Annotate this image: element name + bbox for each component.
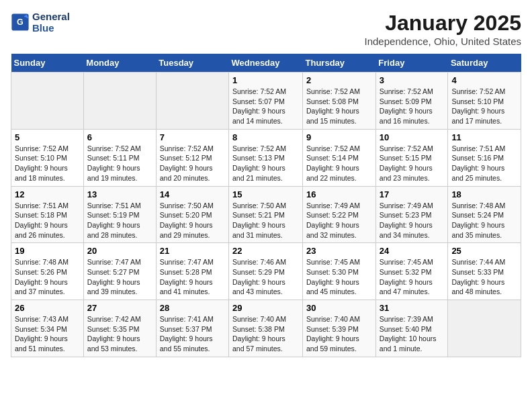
day-number: 13 [87, 189, 152, 199]
calendar-week-3: 12Sunrise: 7:51 AM Sunset: 5:18 PM Dayli… [11, 186, 521, 243]
calendar-subtitle: Independence, Ohio, United States [365, 36, 522, 47]
day-info: Sunrise: 7:41 AM Sunset: 5:37 PM Dayligh… [160, 314, 225, 354]
col-sunday: Sunday [11, 54, 84, 73]
calendar-body: 1Sunrise: 7:52 AM Sunset: 5:07 PM Daylig… [11, 73, 521, 357]
calendar-cell: 18Sunrise: 7:48 AM Sunset: 5:24 PM Dayli… [448, 186, 521, 243]
calendar-cell: 19Sunrise: 7:48 AM Sunset: 5:26 PM Dayli… [11, 243, 84, 300]
day-info: Sunrise: 7:47 AM Sunset: 5:27 PM Dayligh… [87, 257, 152, 297]
calendar-cell: 7Sunrise: 7:52 AM Sunset: 5:12 PM Daylig… [156, 129, 228, 186]
day-info: Sunrise: 7:46 AM Sunset: 5:29 PM Dayligh… [232, 257, 299, 297]
day-number: 15 [232, 189, 299, 199]
calendar-cell: 14Sunrise: 7:50 AM Sunset: 5:20 PM Dayli… [156, 186, 228, 243]
day-number: 4 [451, 75, 517, 85]
calendar-cell: 21Sunrise: 7:47 AM Sunset: 5:28 PM Dayli… [156, 243, 228, 300]
day-number: 17 [380, 189, 445, 199]
day-number: 11 [451, 132, 517, 142]
day-number: 9 [306, 132, 372, 142]
day-number: 19 [15, 246, 80, 256]
day-info: Sunrise: 7:52 AM Sunset: 5:13 PM Dayligh… [232, 144, 299, 183]
calendar-table: Sunday Monday Tuesday Wednesday Thursday… [11, 54, 521, 357]
day-info: Sunrise: 7:40 AM Sunset: 5:38 PM Dayligh… [232, 314, 299, 354]
day-number: 10 [380, 132, 445, 142]
logo-text-general: General [32, 11, 70, 22]
day-number: 8 [232, 132, 299, 142]
calendar-week-5: 26Sunrise: 7:43 AM Sunset: 5:34 PM Dayli… [11, 300, 521, 357]
calendar-cell: 6Sunrise: 7:52 AM Sunset: 5:11 PM Daylig… [83, 129, 156, 186]
day-number: 28 [160, 303, 225, 313]
day-info: Sunrise: 7:52 AM Sunset: 5:12 PM Dayligh… [160, 144, 225, 183]
calendar-cell [156, 73, 228, 130]
calendar-cell [11, 73, 84, 130]
day-info: Sunrise: 7:40 AM Sunset: 5:39 PM Dayligh… [306, 314, 372, 354]
calendar-cell: 12Sunrise: 7:51 AM Sunset: 5:18 PM Dayli… [11, 186, 84, 243]
calendar-cell: 3Sunrise: 7:52 AM Sunset: 5:09 PM Daylig… [375, 73, 448, 130]
day-number: 2 [306, 75, 372, 85]
calendar-cell [448, 300, 521, 357]
day-info: Sunrise: 7:44 AM Sunset: 5:33 PM Dayligh… [451, 257, 517, 297]
day-info: Sunrise: 7:51 AM Sunset: 5:19 PM Dayligh… [87, 201, 152, 240]
day-info: Sunrise: 7:52 AM Sunset: 5:09 PM Dayligh… [380, 87, 445, 126]
day-info: Sunrise: 7:51 AM Sunset: 5:16 PM Dayligh… [451, 144, 517, 183]
day-number: 24 [380, 246, 445, 256]
col-monday: Monday [83, 54, 156, 73]
col-saturday: Saturday [448, 54, 521, 73]
day-info: Sunrise: 7:52 AM Sunset: 5:10 PM Dayligh… [451, 87, 517, 126]
day-info: Sunrise: 7:47 AM Sunset: 5:28 PM Dayligh… [160, 257, 225, 297]
calendar-cell: 30Sunrise: 7:40 AM Sunset: 5:39 PM Dayli… [303, 300, 376, 357]
calendar-cell: 28Sunrise: 7:41 AM Sunset: 5:37 PM Dayli… [156, 300, 228, 357]
day-info: Sunrise: 7:48 AM Sunset: 5:24 PM Dayligh… [451, 201, 517, 240]
day-info: Sunrise: 7:39 AM Sunset: 5:40 PM Dayligh… [380, 314, 445, 354]
day-number: 1 [232, 75, 299, 85]
day-number: 31 [380, 303, 445, 313]
calendar-cell: 26Sunrise: 7:43 AM Sunset: 5:34 PM Dayli… [11, 300, 84, 357]
day-number: 27 [87, 303, 152, 313]
calendar-cell: 2Sunrise: 7:52 AM Sunset: 5:08 PM Daylig… [303, 73, 376, 130]
calendar-week-1: 1Sunrise: 7:52 AM Sunset: 5:07 PM Daylig… [11, 73, 521, 130]
day-number: 29 [232, 303, 299, 313]
calendar-cell: 24Sunrise: 7:45 AM Sunset: 5:32 PM Dayli… [375, 243, 448, 300]
calendar-cell: 5Sunrise: 7:52 AM Sunset: 5:10 PM Daylig… [11, 129, 84, 186]
day-info: Sunrise: 7:45 AM Sunset: 5:32 PM Dayligh… [380, 257, 445, 297]
calendar-cell: 27Sunrise: 7:42 AM Sunset: 5:35 PM Dayli… [83, 300, 156, 357]
day-info: Sunrise: 7:52 AM Sunset: 5:11 PM Dayligh… [87, 144, 152, 183]
day-number: 12 [15, 189, 80, 199]
calendar-cell: 11Sunrise: 7:51 AM Sunset: 5:16 PM Dayli… [448, 129, 521, 186]
calendar-cell: 20Sunrise: 7:47 AM Sunset: 5:27 PM Dayli… [83, 243, 156, 300]
day-number: 20 [87, 246, 152, 256]
calendar-cell: 22Sunrise: 7:46 AM Sunset: 5:29 PM Dayli… [229, 243, 303, 300]
calendar-cell: 29Sunrise: 7:40 AM Sunset: 5:38 PM Dayli… [229, 300, 303, 357]
day-info: Sunrise: 7:48 AM Sunset: 5:26 PM Dayligh… [15, 257, 80, 297]
day-number: 7 [160, 132, 225, 142]
day-number: 26 [15, 303, 80, 313]
page-header: G General Blue January 2025 Independence… [11, 11, 521, 47]
col-tuesday: Tuesday [156, 54, 228, 73]
day-info: Sunrise: 7:50 AM Sunset: 5:20 PM Dayligh… [160, 201, 225, 240]
svg-text:G: G [17, 17, 24, 27]
day-number: 6 [87, 132, 152, 142]
header-row: Sunday Monday Tuesday Wednesday Thursday… [11, 54, 521, 73]
title-block: January 2025 Independence, Ohio, United … [365, 11, 522, 47]
calendar-cell: 23Sunrise: 7:45 AM Sunset: 5:30 PM Dayli… [303, 243, 376, 300]
calendar-title: January 2025 [365, 11, 522, 36]
calendar-week-4: 19Sunrise: 7:48 AM Sunset: 5:26 PM Dayli… [11, 243, 521, 300]
calendar-cell: 4Sunrise: 7:52 AM Sunset: 5:10 PM Daylig… [448, 73, 521, 130]
calendar-week-2: 5Sunrise: 7:52 AM Sunset: 5:10 PM Daylig… [11, 129, 521, 186]
logo-text-blue: Blue [32, 22, 70, 34]
day-info: Sunrise: 7:52 AM Sunset: 5:08 PM Dayligh… [306, 87, 372, 126]
col-wednesday: Wednesday [229, 54, 303, 73]
day-info: Sunrise: 7:52 AM Sunset: 5:15 PM Dayligh… [380, 144, 445, 183]
calendar-cell: 17Sunrise: 7:49 AM Sunset: 5:23 PM Dayli… [375, 186, 448, 243]
day-info: Sunrise: 7:50 AM Sunset: 5:21 PM Dayligh… [232, 201, 299, 240]
day-number: 25 [451, 246, 517, 256]
logo-icon: G [11, 13, 30, 32]
calendar-cell [83, 73, 156, 130]
day-number: 16 [306, 189, 372, 199]
day-number: 30 [306, 303, 372, 313]
day-number: 23 [306, 246, 372, 256]
day-info: Sunrise: 7:42 AM Sunset: 5:35 PM Dayligh… [87, 314, 152, 354]
day-info: Sunrise: 7:51 AM Sunset: 5:18 PM Dayligh… [15, 201, 80, 240]
col-friday: Friday [375, 54, 448, 73]
day-info: Sunrise: 7:52 AM Sunset: 5:14 PM Dayligh… [306, 144, 372, 183]
day-number: 14 [160, 189, 225, 199]
day-info: Sunrise: 7:43 AM Sunset: 5:34 PM Dayligh… [15, 314, 80, 354]
